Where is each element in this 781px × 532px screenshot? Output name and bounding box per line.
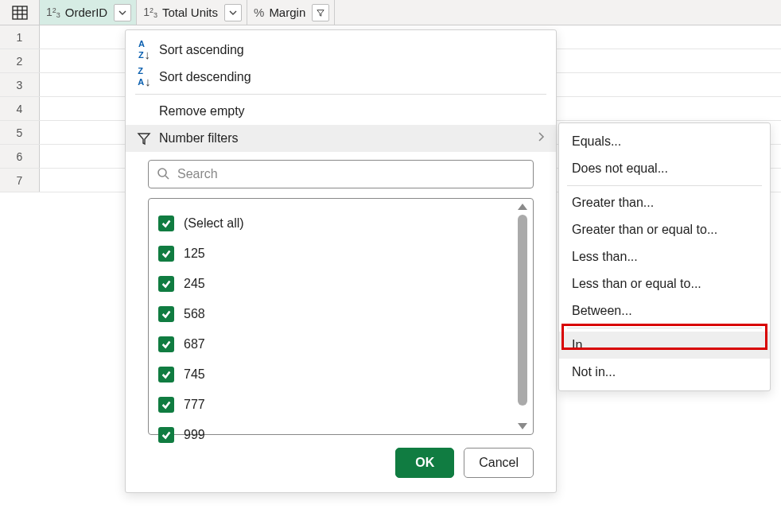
chevron-down-icon — [229, 9, 237, 17]
filter-values-panel: (Select all) 125 245 568 687 745 — [148, 198, 534, 435]
filter-value-label: 125 — [184, 247, 205, 261]
datatype-number-icon: 123 — [46, 6, 60, 19]
column-name: OrderID — [65, 6, 107, 19]
menu-label: Number filters — [159, 131, 239, 146]
column-header-orderid[interactable]: 123 OrderID — [40, 0, 137, 25]
filter-value-item[interactable]: 687 — [158, 329, 511, 359]
column-filter-dropdown-button[interactable] — [114, 4, 131, 21]
filter-value-select-all[interactable]: (Select all) — [158, 208, 511, 239]
values-scrollbar[interactable] — [515, 204, 530, 429]
menu-separator — [135, 94, 546, 95]
menu-remove-empty[interactable]: Remove empty — [126, 98, 556, 125]
number-filters-submenu: Equals... Does not equal... Greater than… — [558, 122, 771, 391]
column-header-margin[interactable]: % Margin — [247, 0, 335, 25]
number-filter-greater[interactable]: Greater than... — [559, 189, 770, 216]
header-empty-area — [335, 0, 781, 25]
filter-value-item[interactable]: 745 — [158, 359, 511, 390]
scroll-thumb[interactable] — [518, 215, 527, 406]
filter-value-label: 687 — [184, 337, 205, 351]
filter-value-label: 568 — [184, 307, 205, 321]
filter-value-item[interactable]: 245 — [158, 269, 511, 299]
filter-value-label: 777 — [184, 398, 205, 412]
column-filter-dropdown-button[interactable] — [224, 4, 242, 21]
number-filter-less[interactable]: Less than... — [559, 243, 770, 270]
filter-value-item[interactable]: 777 — [158, 390, 511, 420]
menu-number-filters[interactable]: Number filters — [126, 125, 556, 152]
row-number[interactable]: 5 — [0, 121, 40, 144]
number-filter-less-eq[interactable]: Less than or equal to... — [559, 270, 770, 297]
menu-sort-descending[interactable]: ZA↓ Sort descending — [126, 64, 556, 91]
row-number[interactable]: 7 — [0, 169, 40, 192]
checkbox-checked-icon — [158, 367, 174, 382]
menu-separator — [567, 328, 762, 328]
checkbox-checked-icon — [158, 306, 174, 322]
column-header-total-units[interactable]: 123 Total Units — [137, 0, 247, 25]
column-name: Margin — [269, 6, 305, 19]
number-filter-not-in[interactable]: Not in... — [559, 359, 770, 386]
column-filter-dropdown-button[interactable] — [312, 4, 329, 21]
number-filter-greater-eq[interactable]: Greater than or equal to... — [559, 216, 770, 243]
number-filter-between[interactable]: Between... — [559, 297, 770, 324]
filter-value-item[interactable]: 999 — [158, 420, 511, 450]
filter-value-label: 245 — [184, 277, 205, 291]
search-icon — [157, 167, 169, 182]
number-filter-equals[interactable]: Equals... — [559, 128, 770, 155]
menu-label: Sort descending — [159, 70, 251, 84]
filter-value-label: 745 — [184, 367, 205, 382]
checkbox-checked-icon — [158, 427, 174, 443]
table-icon-cell[interactable] — [0, 0, 40, 25]
sort-descending-icon: ZA↓ — [134, 67, 154, 87]
filter-applied-icon — [317, 9, 324, 17]
number-filter-in[interactable]: In... — [559, 332, 770, 359]
cancel-button[interactable]: Cancel — [464, 448, 534, 478]
row-number[interactable]: 2 — [0, 49, 40, 72]
column-header-row: 123 OrderID 123 Total Units % Margin — [0, 0, 781, 25]
row-number[interactable]: 1 — [0, 25, 40, 49]
row-number[interactable]: 6 — [0, 145, 40, 168]
checkbox-checked-icon — [158, 216, 174, 231]
svg-line-6 — [165, 176, 169, 179]
checkbox-checked-icon — [158, 246, 174, 262]
checkbox-checked-icon — [158, 336, 174, 352]
column-name: Total Units — [162, 6, 218, 19]
datatype-percent-icon: % — [254, 6, 264, 19]
table-icon — [12, 6, 28, 20]
chevron-right-icon — [537, 131, 545, 146]
checkbox-checked-icon — [158, 397, 174, 413]
svg-rect-0 — [13, 6, 27, 19]
sort-ascending-icon: AZ↓ — [134, 40, 154, 60]
checkbox-checked-icon — [158, 276, 174, 292]
filter-search-input[interactable] — [176, 166, 525, 182]
number-filter-not-equal[interactable]: Does not equal... — [559, 155, 770, 182]
ok-button[interactable]: OK — [395, 448, 454, 478]
scroll-down-icon[interactable] — [518, 423, 527, 429]
filter-value-item[interactable]: 568 — [158, 299, 511, 329]
filter-icon — [134, 131, 154, 146]
column-filter-menu: AZ↓ Sort ascending ZA↓ Sort descending R… — [125, 29, 557, 493]
row-number[interactable]: 4 — [0, 97, 40, 120]
menu-label: Sort ascending — [159, 43, 244, 57]
menu-separator — [567, 185, 762, 186]
scroll-up-icon[interactable] — [518, 204, 527, 210]
menu-sort-ascending[interactable]: AZ↓ Sort ascending — [126, 37, 556, 64]
filter-value-label: 999 — [184, 428, 205, 442]
filter-search-box[interactable] — [148, 160, 534, 188]
row-number[interactable]: 3 — [0, 73, 40, 96]
menu-label: Remove empty — [159, 104, 245, 118]
svg-point-5 — [158, 169, 166, 177]
filter-value-item[interactable]: 125 — [158, 239, 511, 269]
filter-value-label: (Select all) — [184, 216, 244, 231]
datatype-number-icon: 123 — [143, 6, 157, 19]
chevron-down-icon — [119, 9, 126, 17]
